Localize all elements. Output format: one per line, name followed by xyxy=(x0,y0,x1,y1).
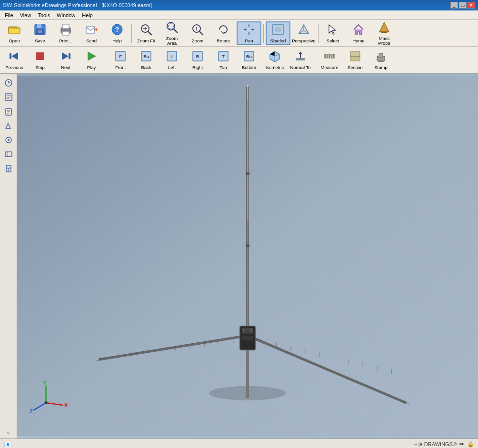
svg-point-107 xyxy=(247,85,249,87)
sidebar-btn-4[interactable] xyxy=(2,119,15,132)
separator5 xyxy=(315,50,315,70)
menu-help[interactable]: Help xyxy=(79,11,96,19)
bottom-icon: Bo xyxy=(242,50,256,64)
perspective-button[interactable]: Perspective xyxy=(291,21,316,45)
right-icon: R xyxy=(191,50,204,64)
mass-props-icon xyxy=(378,20,391,35)
send-icon xyxy=(85,23,98,38)
viewport[interactable]: X Y Z xyxy=(17,74,478,438)
model-svg: X Y Z xyxy=(17,74,478,438)
svg-text:Y: Y xyxy=(43,380,47,386)
rotate-button[interactable]: Rotate xyxy=(211,21,236,45)
section-button[interactable]: Section xyxy=(343,48,368,72)
top-button[interactable]: T Top xyxy=(211,48,236,72)
minimize-button[interactable]: _ xyxy=(450,2,458,9)
mass-props-button[interactable]: Mass Props xyxy=(372,21,397,45)
svg-line-18 xyxy=(174,29,177,32)
sidebar-btn-3[interactable] xyxy=(2,105,15,118)
send-button[interactable]: Send xyxy=(79,21,104,45)
menu-tools[interactable]: Tools xyxy=(35,11,53,19)
menubar: File View Tools Window Help xyxy=(0,10,478,20)
isometric-button[interactable]: Isometric xyxy=(262,48,287,72)
normal-to-button[interactable]: Normal To xyxy=(288,48,313,72)
shaded-button[interactable]: Shaded xyxy=(266,21,290,45)
right-button[interactable]: R Right xyxy=(185,48,210,72)
svg-rect-74 xyxy=(247,86,248,220)
svg-rect-5 xyxy=(38,30,42,33)
left-button[interactable]: L Left xyxy=(159,48,184,72)
send-label: Send xyxy=(86,39,97,43)
svg-text:?: ? xyxy=(115,26,120,33)
help-button[interactable]: ? Help xyxy=(105,21,129,45)
svg-point-104 xyxy=(250,329,252,331)
isometric-icon xyxy=(268,50,281,64)
sidebar-btn-7[interactable] xyxy=(2,162,15,175)
svg-rect-54 xyxy=(350,56,360,61)
pan-button[interactable]: Pan xyxy=(237,21,261,45)
back-label: Back xyxy=(141,65,151,70)
svg-rect-102 xyxy=(242,336,253,340)
select-button[interactable]: Select xyxy=(320,21,345,45)
home-icon xyxy=(352,23,365,38)
play-button[interactable]: Play xyxy=(79,48,104,72)
stop-button[interactable]: Stop xyxy=(28,48,52,72)
sidebar-btn-1[interactable] xyxy=(2,76,15,90)
svg-rect-28 xyxy=(69,53,70,59)
front-label: Front xyxy=(115,65,126,70)
menu-window[interactable]: Window xyxy=(54,11,78,19)
shaded-icon xyxy=(271,23,285,38)
separator2 xyxy=(263,24,264,43)
help-icon: ? xyxy=(110,23,124,38)
mass-props-label: Mass Props xyxy=(373,36,395,46)
separator1 xyxy=(131,24,132,43)
close-button[interactable]: ✕ xyxy=(468,2,475,9)
pan-icon xyxy=(242,23,256,38)
save-icon xyxy=(33,23,47,38)
toolbar-view: Previous Stop Next Play F xyxy=(0,47,478,73)
sidebar-btn-2[interactable] xyxy=(2,90,15,104)
zoom-fit-button[interactable]: Zoom Fit xyxy=(134,21,159,45)
svg-text:Z: Z xyxy=(30,408,33,414)
sidebar-btn-5[interactable] xyxy=(2,133,15,147)
next-label: Next xyxy=(61,65,70,70)
restore-button[interactable]: ▭ xyxy=(459,2,467,9)
previous-button[interactable]: Previous xyxy=(2,48,27,72)
zoom-area-label: Zoom Area xyxy=(161,36,183,46)
status-edit-icon: ✏ xyxy=(459,441,464,448)
sidebar-expand-btn[interactable]: » xyxy=(4,429,13,437)
print-icon xyxy=(59,23,72,38)
menu-view[interactable]: View xyxy=(17,11,34,19)
back-button[interactable]: Ba Back xyxy=(134,48,159,72)
next-button[interactable]: Next xyxy=(53,48,78,72)
front-button[interactable]: F Front xyxy=(108,48,133,72)
svg-rect-19 xyxy=(169,24,173,29)
sidebar-btn-6[interactable] xyxy=(2,148,15,161)
open-button[interactable]: Open xyxy=(2,21,27,45)
status-brand-text: →|e DRAWINGS® xyxy=(413,441,457,447)
svg-line-21 xyxy=(199,31,203,35)
next-icon xyxy=(59,50,72,64)
zoom-fit-label: Zoom Fit xyxy=(137,39,155,43)
save-label: Save xyxy=(35,39,45,43)
perspective-label: Perspective xyxy=(292,39,316,43)
zoom-area-button[interactable]: Zoom Area xyxy=(159,21,184,45)
stamp-button[interactable]: Stamp xyxy=(368,48,393,72)
menu-file[interactable]: File xyxy=(2,11,16,19)
svg-text:Bo: Bo xyxy=(246,54,252,59)
print-label: Print... xyxy=(59,39,72,43)
bottom-button[interactable]: Bo Bottom xyxy=(237,48,261,72)
save-button[interactable]: Save xyxy=(28,21,52,45)
home-button[interactable]: Home xyxy=(346,21,371,45)
svg-text:X: X xyxy=(64,402,68,408)
status-lock-icon: 🔒 xyxy=(467,441,474,448)
measure-button[interactable]: Measure xyxy=(317,48,342,72)
svg-text:Ba: Ba xyxy=(143,54,149,59)
measure-label: Measure xyxy=(321,65,339,70)
svg-text:F: F xyxy=(119,54,122,59)
zoom-button[interactable]: Zoom xyxy=(185,21,210,45)
print-button[interactable]: Print... xyxy=(53,21,78,45)
stop-label: Stop xyxy=(35,65,45,70)
svg-rect-8 xyxy=(62,31,69,35)
rotate-icon xyxy=(217,23,230,38)
svg-marker-30 xyxy=(88,51,96,61)
